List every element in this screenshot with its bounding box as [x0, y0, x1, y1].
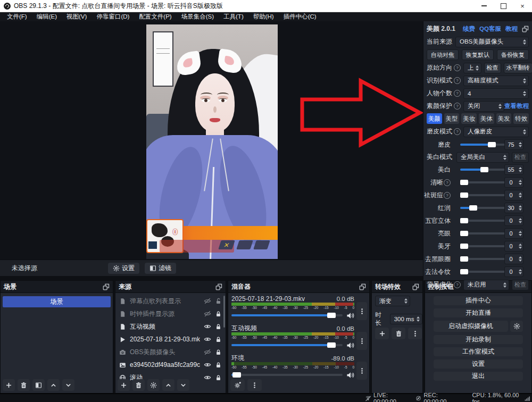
transition-duration-spinbox[interactable]: 300 ms	[390, 314, 422, 324]
lock-icon[interactable]	[215, 311, 222, 317]
advanced-audio-button[interactable]	[230, 379, 245, 391]
eye-icon[interactable]	[204, 323, 211, 330]
bright-eyes-value-spinbox[interactable]: 0	[504, 228, 523, 239]
help-icon[interactable]: ?	[454, 128, 461, 135]
volume-slider[interactable]	[231, 344, 343, 346]
lock-open-icon[interactable]	[215, 298, 222, 305]
eye-off-icon[interactable]	[204, 348, 211, 356]
detach-icon[interactable]	[522, 26, 529, 32]
white-check-button[interactable]: 检查	[512, 152, 529, 163]
white-mode-dropdown[interactable]: 全局美白	[456, 152, 509, 163]
source-up-button[interactable]	[162, 379, 174, 391]
eye-off-icon[interactable]	[204, 310, 211, 317]
scene-up-button[interactable]	[47, 379, 60, 391]
lock-icon[interactable]	[215, 323, 222, 330]
volume-slider[interactable]	[231, 314, 343, 316]
face-3d-slider[interactable]	[460, 220, 505, 222]
help-icon[interactable]: ?	[454, 77, 461, 84]
exit-button[interactable]: 退出	[434, 372, 523, 381]
source-settings-button[interactable]: 设置	[108, 263, 139, 274]
eye-icon[interactable]	[204, 374, 211, 381]
remove-scene-button[interactable]	[18, 379, 30, 391]
transition-type-dropdown[interactable]: 渐变	[375, 296, 410, 306]
tutorial-link[interactable]: 教程	[505, 25, 518, 33]
lock-icon[interactable]	[215, 336, 222, 343]
add-scene-button[interactable]	[3, 379, 15, 391]
help-icon[interactable]: ?	[444, 192, 451, 199]
lock-icon[interactable]	[215, 349, 222, 356]
menu-docks[interactable]: 停靠窗口(D)	[92, 12, 134, 21]
backup-restore-button[interactable]: 备份恢复	[497, 49, 529, 60]
help-icon[interactable]: ?	[454, 103, 461, 110]
smooth-mode-dropdown[interactable]: 人像磨皮	[463, 127, 529, 137]
speaker-icon[interactable]	[346, 371, 354, 379]
face-3d-value-spinbox[interactable]: 0	[504, 215, 523, 226]
source-row[interactable]: e394502df49aa5fc2a99cd2e7c	[115, 358, 226, 371]
detach-icon[interactable]	[359, 283, 366, 290]
orientation-check-button[interactable]: 检查	[484, 63, 501, 73]
start-streaming-button[interactable]: 开始直播	[434, 308, 523, 317]
face-protect-dropdown[interactable]: 关闭	[463, 101, 504, 112]
teeth-value-spinbox[interactable]: 0	[504, 241, 523, 252]
mixer-menu-button[interactable]	[247, 379, 262, 391]
tab-reshape[interactable]: 美型	[444, 113, 460, 124]
eye-icon[interactable]	[204, 336, 211, 343]
studio-mode-button[interactable]: 工作室模式	[434, 347, 523, 356]
menu-profile[interactable]: 配置文件(P)	[134, 12, 176, 21]
dark-circles-value-spinbox[interactable]: 0	[504, 254, 523, 264]
menu-help[interactable]: 帮助(H)	[248, 12, 279, 21]
remove-transition-button[interactable]	[392, 328, 405, 339]
clarity-value-spinbox[interactable]: 0	[504, 177, 523, 188]
renew-link[interactable]: 续费	[463, 25, 475, 33]
autofocus-button[interactable]: 自动对焦	[427, 49, 459, 60]
dark-circles-slider[interactable]	[460, 258, 505, 260]
menu-tools[interactable]: 工具(T)	[219, 12, 248, 21]
track-menu-button[interactable]	[356, 302, 367, 320]
add-transition-button[interactable]	[375, 328, 389, 339]
volume-slider[interactable]	[231, 374, 343, 376]
horizontal-flip-button[interactable]: 水平翻转	[504, 63, 532, 73]
bg-blur-check-button[interactable]: 检查	[512, 280, 529, 290]
help-icon[interactable]: ?	[444, 179, 451, 186]
eye-off-icon[interactable]	[204, 297, 211, 305]
source-properties-button[interactable]	[147, 379, 160, 391]
virtual-camera-settings-button[interactable]	[510, 321, 523, 332]
bg-blur-dropdown[interactable]: 未启用	[463, 280, 509, 290]
clarity-slider[interactable]	[460, 181, 505, 183]
whiten-slider[interactable]	[460, 169, 505, 171]
sources-scrollbar[interactable]	[223, 296, 225, 328]
tab-beauty[interactable]: 美颜	[427, 113, 442, 124]
blemish-slider[interactable]	[460, 194, 505, 196]
menu-scene-collection[interactable]: 场景集合(S)	[177, 12, 219, 21]
detach-icon[interactable]	[412, 283, 419, 290]
help-icon[interactable]: ?	[454, 90, 461, 97]
track-menu-button[interactable]	[356, 362, 367, 380]
lock-icon[interactable]	[215, 362, 222, 368]
lock-icon[interactable]	[215, 374, 222, 381]
tab-hair[interactable]: 美发	[496, 113, 512, 124]
scene-filters-button[interactable]	[32, 379, 45, 391]
rosy-slider[interactable]	[460, 207, 505, 209]
start-virtual-camera-button[interactable]: 启动虚拟摄像机	[434, 321, 508, 332]
start-recording-button[interactable]: 开始录制	[434, 335, 523, 344]
people-count-spinbox[interactable]: 4	[463, 88, 529, 99]
source-row[interactable]: 弹幕点歌列表显示	[115, 295, 226, 307]
help-icon[interactable]: ?	[454, 64, 461, 71]
source-row[interactable]: OBS美颜摄像头	[115, 346, 226, 358]
plugin-center-button[interactable]: 插件中心	[434, 296, 523, 305]
qq-support-link[interactable]: QQ客服	[479, 25, 501, 33]
restore-default-button[interactable]: 恢复默认	[462, 49, 494, 60]
tab-body[interactable]: 美体	[479, 113, 494, 124]
source-row[interactable]: 2025-07-18 21-29-03.mkv	[115, 333, 226, 346]
whiten-value-spinbox[interactable]: 55	[504, 164, 523, 175]
smooth-value-spinbox[interactable]: 75	[504, 139, 523, 150]
source-filters-button[interactable]: 滤镜	[145, 263, 176, 274]
close-button[interactable]: ×	[513, 0, 532, 12]
menu-edit[interactable]: 编辑(E)	[32, 12, 62, 21]
menu-plugin-center[interactable]: 插件中心(C)	[279, 12, 321, 21]
source-row[interactable]: 互动视频	[115, 320, 226, 333]
remove-source-button[interactable]	[132, 379, 145, 391]
track-menu-button[interactable]	[356, 332, 367, 350]
detach-icon[interactable]	[103, 283, 110, 290]
tab-effects[interactable]: 特效	[513, 113, 529, 124]
